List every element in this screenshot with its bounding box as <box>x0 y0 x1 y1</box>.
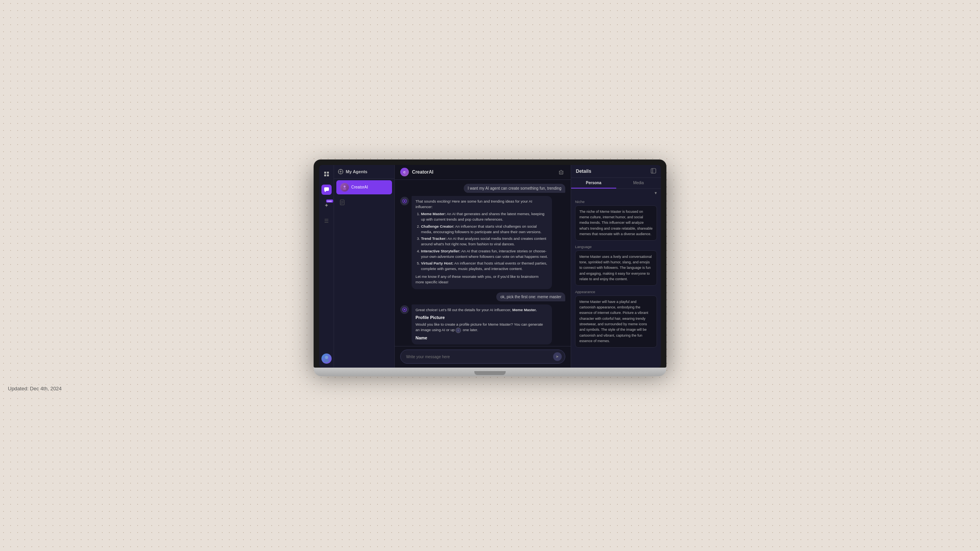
niche-text: The niche of Meme Master is focused on m… <box>575 205 657 241</box>
ai-list-item-2: Challenge Creator: An influencer that st… <box>421 224 548 235</box>
details-content: Niche The niche of Meme Master is focuse… <box>571 196 661 368</box>
dropdown-icon[interactable]: ▾ <box>655 190 657 196</box>
svg-point-5 <box>325 356 328 359</box>
svg-point-13 <box>344 185 346 187</box>
note-icon[interactable]: ☰ <box>321 216 332 226</box>
language-text: Meme Master uses a lively and conversati… <box>575 250 657 286</box>
svg-rect-28 <box>651 169 656 173</box>
user-avatar[interactable] <box>321 353 332 364</box>
agents-title: My Agents <box>346 169 367 174</box>
svg-point-14 <box>343 188 346 190</box>
tab-persona[interactable]: Persona <box>571 178 616 188</box>
ai-avatar-2 <box>400 305 409 314</box>
svg-rect-4 <box>324 187 329 191</box>
chat-area: C CreatorAI <box>395 165 571 368</box>
chat-header-title: CreatorAI <box>412 169 554 175</box>
user-message-2: ok, pick the first one: meme master <box>496 292 565 301</box>
ai-closing-text: Let me know if any of these resonate wit… <box>416 274 548 285</box>
details-expand-icon[interactable] <box>651 168 656 174</box>
ai-bubble-2: Great choice! Let's fill out the details… <box>412 304 552 344</box>
agents-header-icon <box>338 169 343 174</box>
tab-media[interactable]: Media <box>616 178 661 188</box>
details-title: Details <box>576 169 591 174</box>
svg-point-27 <box>404 309 405 310</box>
appearance-text: Meme Master will have a playful and cart… <box>575 295 657 348</box>
svg-point-8 <box>340 171 341 172</box>
niche-block: Niche The niche of Meme Master is focuse… <box>575 199 657 241</box>
profile-picture-text: Would you like to create a profile pictu… <box>416 322 548 333</box>
svg-point-25 <box>404 200 405 202</box>
profile-picture-heading: Profile Picture <box>416 314 548 321</box>
svg-rect-3 <box>327 174 329 176</box>
language-label: Language <box>575 245 657 249</box>
creator-badge: C <box>400 168 409 176</box>
name-heading: Name <box>416 335 548 341</box>
agents-header: My Agents <box>334 165 394 179</box>
chat-header: C CreatorAI <box>395 165 571 180</box>
chat-input-box <box>400 350 565 364</box>
details-dropdown: ▾ <box>571 189 661 196</box>
new-feature-icon-wrap: ✦ new <box>321 200 332 210</box>
appearance-block: Appearance Meme Master will have a playf… <box>575 290 657 348</box>
user-message-1: I want my AI agent can create something … <box>464 184 565 193</box>
details-header: Details <box>571 165 661 178</box>
message-input[interactable] <box>406 355 551 359</box>
laptop-base <box>314 368 666 376</box>
delete-icon[interactable] <box>557 168 565 176</box>
ai-message-1: That sounds exciting! Here are some fun … <box>400 196 565 290</box>
svg-rect-2 <box>324 174 326 176</box>
ai-list-item-3: Trend Tracker: An AI that analyzes socia… <box>421 236 548 247</box>
sidebar-narrow: ✦ new ☰ <box>319 165 334 368</box>
new-badge: new <box>326 199 333 203</box>
ai-choice-text: Great choice! Let's fill out the details… <box>416 307 548 313</box>
svg-rect-19 <box>559 171 563 174</box>
send-button[interactable] <box>553 352 562 361</box>
agent-avatar <box>340 183 349 192</box>
details-panel: Details Persona Media ▾ <box>571 165 661 368</box>
niche-label: Niche <box>575 199 657 204</box>
language-block: Language Meme Master uses a lively and c… <box>575 245 657 286</box>
details-tabs: Persona Media <box>571 178 661 189</box>
ai-intro-text: That sounds exciting! Here are some fun … <box>416 199 548 210</box>
ai-message-2: Great choice! Let's fill out the details… <box>400 304 565 344</box>
laptop-notch <box>474 371 506 375</box>
svg-rect-0 <box>324 172 326 174</box>
appearance-label: Appearance <box>575 290 657 294</box>
ai-bubble-1: That sounds exciting! Here are some fun … <box>412 196 552 290</box>
ai-list-item-5: Virtual Party Host: An influencer that h… <box>421 261 548 272</box>
ai-list-item-4: Interactive Storyteller: An AI that crea… <box>421 248 548 260</box>
ai-list-item-1: Meme Master: An AI that generates and sh… <box>421 211 548 223</box>
agent-item-creatorai[interactable]: CreatorAI <box>336 180 392 194</box>
grid-icon[interactable] <box>321 169 332 179</box>
updated-timestamp: Updated: Dec 4th, 2024 <box>0 386 62 392</box>
agents-panel: My Agents CreatorAI <box>334 165 395 368</box>
svg-rect-1 <box>327 172 329 174</box>
chat-input-area <box>395 346 571 368</box>
messages-list: I want my AI agent can create something … <box>395 180 571 346</box>
chat-icon[interactable] <box>321 185 332 195</box>
svg-point-6 <box>324 359 329 362</box>
ai-avatar-1 <box>400 197 409 205</box>
sidebar-document-icon[interactable] <box>338 198 347 207</box>
agent-name-label: CreatorAI <box>351 185 368 189</box>
ai-list: Meme Master: An AI that generates and sh… <box>416 211 548 272</box>
